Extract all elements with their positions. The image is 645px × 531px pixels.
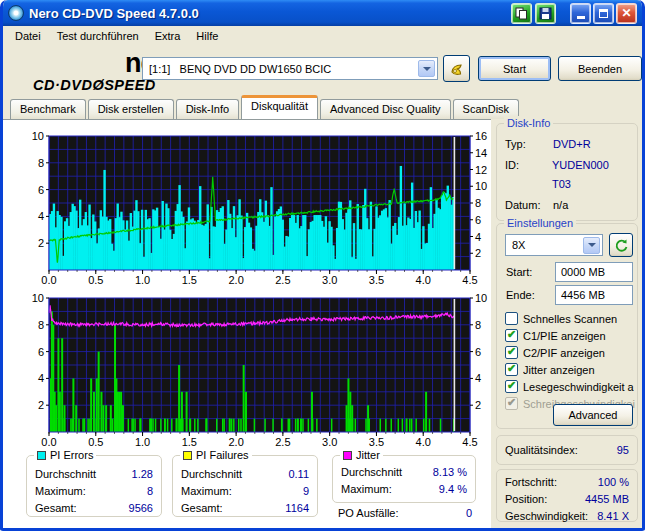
drive-select-arrow[interactable] [418,60,435,77]
row-value: 9 [303,484,309,499]
svg-text:10: 10 [475,292,487,304]
menubar: Datei Test durchführen Extra Hilfe [3,26,642,46]
row-label: Gesamt: [35,501,77,516]
po-failures-row: PO Ausfälle: 0 [338,507,472,519]
chevron-down-icon [588,243,596,251]
svg-text:3.5: 3.5 [369,436,384,448]
svg-text:2: 2 [475,399,481,411]
svg-text:10: 10 [475,180,487,192]
svg-text:6: 6 [475,214,481,226]
eject-disc-icon [448,60,466,78]
row-value: 4455 MB [585,492,629,507]
minimize-button[interactable] [570,3,591,24]
svg-text:10: 10 [32,130,44,142]
save-icon [539,7,552,20]
checkbox-c1-pie-anzeigen[interactable] [505,329,518,342]
menu-item-test-durchfuehren[interactable]: Test durchführen [49,28,147,44]
info-row-typ: Typ:DVD+R [497,134,637,155]
refresh-icon [614,238,629,253]
svg-text:0.0: 0.0 [41,436,56,448]
menu-item-datei[interactable]: Datei [7,28,49,44]
svg-text:3.0: 3.0 [322,436,337,448]
pi-errors-box: PI Errors Durchschnitt1.28Maximum:8Gesam… [26,455,162,517]
info-row-maximum: Maximum:8 [27,483,161,500]
refresh-button[interactable] [609,233,633,257]
svg-text:8: 8 [38,319,44,331]
menu-item-hilfe[interactable]: Hilfe [188,28,226,44]
checkbox-schreibgeschwindigkei [505,397,518,410]
info-row-durchschnitt: Durchschnitt1.28 [27,466,161,483]
pif-chart: 2468102468100.00.51.01.52.02.53.03.54.04… [9,290,491,450]
checkbox-row-c2-pif-anzeigen[interactable]: C2/PIF anzeigen [497,344,637,361]
checkbox-label: C2/PIF anzeigen [523,347,605,359]
row-label: Maximum: [181,484,232,499]
row-value: 9566 [129,501,153,516]
drive-select[interactable]: [1:1] BENQ DVD DD DW1650 BCIC [142,57,438,80]
row-label: Maximum: [35,484,86,499]
row-label: Position: [505,492,547,507]
row-value: n/a [553,196,568,215]
svg-text:2.5: 2.5 [275,436,290,448]
svg-text:0.5: 0.5 [88,436,103,448]
checkbox-label: C1/PIE anzeigen [523,330,606,342]
tab-disk-erstellen[interactable]: Disk erstellen [88,99,174,119]
svg-text:1.5: 1.5 [182,274,197,286]
nero-logo-tagline: CD·DVDØSPEED [33,78,243,93]
window-title: Nero CD-DVD Speed 4.7.0.0 [29,6,508,21]
start-button[interactable]: Start [478,56,551,81]
tab-advanced-disc-quality[interactable]: Advanced Disc Quality [320,99,451,119]
checkbox-schnelles-scannen[interactable] [505,312,518,325]
start-field[interactable] [555,262,633,282]
info-row-geschwindigkeit: Geschwindigkeit:8.41 X [497,508,637,525]
quality-index-value: 95 [617,443,629,458]
menu-item-extra[interactable]: Extra [147,28,189,44]
checkbox-jitter-anzeigen[interactable] [505,363,518,376]
jitter-title: Jitter [356,448,380,462]
svg-text:6: 6 [38,184,44,196]
checkbox-lesegeschwindigkeit-a[interactable] [505,380,518,393]
pi-failures-title: PI Failures [196,448,249,462]
settings-title: Einstellungen [504,216,576,230]
quit-button[interactable]: Beenden [558,56,642,81]
svg-text:2.5: 2.5 [275,274,290,286]
info-row-fortschritt: Fortschritt:100 % [497,474,637,491]
row-label: Datum: [505,196,553,215]
save-report-button[interactable] [535,3,556,24]
svg-text:0.5: 0.5 [88,274,103,286]
copy-icon [515,7,528,20]
svg-text:14: 14 [475,147,487,159]
tab-disk-info[interactable]: Disk-Info [176,99,239,119]
checkbox-c2-pif-anzeigen[interactable] [505,346,518,359]
titlebar: Nero CD-DVD Speed 4.7.0.0 ✕ [3,0,642,26]
disk-info-box: Disk-Info Typ:DVD+RID:YUDEN000 T03Datum:… [496,123,638,221]
tab-diskqualit-t[interactable]: Diskqualität [241,95,318,119]
maximize-icon [599,9,608,18]
checkbox-row-jitter-anzeigen[interactable]: Jitter anzeigen [497,361,637,378]
pie-color-swatch [37,451,46,460]
right-panel: Disk-Info Typ:DVD+RID:YUDEN000 T03Datum:… [491,119,642,528]
close-button[interactable]: ✕ [616,3,637,24]
checkbox-row-c1-pie-anzeigen[interactable]: C1/PIE anzeigen [497,327,637,344]
speed-select-arrow[interactable] [583,237,600,254]
pif-color-swatch [183,451,192,460]
row-label: Maximum: [341,482,392,497]
svg-text:4.5: 4.5 [462,436,477,448]
svg-text:4.5: 4.5 [462,274,477,286]
svg-text:16: 16 [475,130,487,142]
svg-text:8: 8 [475,319,481,331]
checkbox-row-schnelles-scannen[interactable]: Schnelles Scannen [497,310,637,327]
svg-text:4: 4 [38,372,44,384]
checkbox-row-lesegeschwindigkeit-a[interactable]: Lesegeschwindigkeit a [497,378,637,395]
svg-text:8: 8 [475,197,481,209]
maximize-button[interactable] [593,3,614,24]
advanced-button[interactable]: Advanced [553,404,633,426]
end-field[interactable] [555,285,633,305]
copy-report-button[interactable] [511,3,532,24]
speed-select[interactable]: 8X [505,234,603,256]
tab-benchmark[interactable]: Benchmark [10,99,86,119]
quality-index-label: Qualitätsindex: [505,443,578,458]
pie-chart: 2468102468101214160.00.51.01.52.02.53.03… [9,124,491,288]
svg-text:3.5: 3.5 [369,274,384,286]
start-label: Start: [506,266,532,278]
eject-button[interactable] [443,55,470,82]
